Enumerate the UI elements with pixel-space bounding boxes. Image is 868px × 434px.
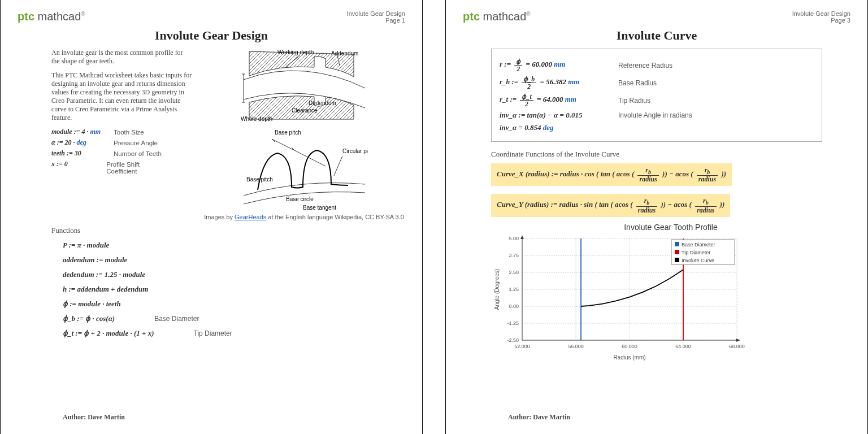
author-line: Author: Dave Martin	[508, 413, 570, 422]
brand-reg: ®	[81, 11, 85, 17]
doc-title: Involute Gear Design	[347, 10, 405, 17]
page-1: ptc mathcad® Involute Gear Design Page 1…	[0, 0, 423, 434]
svg-rect-41	[675, 250, 679, 254]
diagram-column: Working depth Addendum Dedendum Clearanc…	[203, 49, 405, 220]
image-caption: Images by GearHeads at the English langu…	[203, 214, 405, 220]
functions-heading: Functions	[51, 226, 405, 235]
svg-text:Angle (Degrees): Angle (Degrees)	[494, 268, 500, 310]
svg-text:-1.25: -1.25	[507, 320, 519, 326]
header-right: Involute Gear Design Page 1	[347, 10, 405, 24]
svg-text:Addendum: Addendum	[331, 50, 358, 57]
page-title: Involute Gear Design	[18, 28, 405, 43]
svg-rect-39	[675, 242, 679, 246]
input-params: module := 4 · mmTooth Size α := 20 · deg…	[51, 128, 164, 175]
svg-text:68.000: 68.000	[729, 344, 745, 349]
author-line: Author: Dave Martin	[63, 413, 125, 422]
page-3: ptc mathcad® Involute Gear Design Page 3…	[445, 0, 868, 434]
chart-container: Involute Gear Tooth Profile -2.50-1.250.…	[491, 223, 850, 364]
svg-text:Base tangent: Base tangent	[303, 205, 336, 211]
brand-logo: ptc mathcad®	[18, 10, 85, 23]
svg-text:0.00: 0.00	[509, 303, 519, 309]
svg-text:52.000: 52.000	[514, 344, 530, 349]
coord-heading: Coordinate Functions of the Involute Cur…	[491, 150, 850, 159]
svg-text:56.000: 56.000	[568, 344, 584, 349]
svg-text:60.000: 60.000	[622, 344, 637, 349]
svg-text:5.00: 5.00	[509, 236, 519, 241]
curve-x-formula: Curve_X (radius) := radius · cos ( tan (…	[491, 163, 732, 186]
gear-section-diagram: Working depth Addendum Dedendum Clearanc…	[241, 49, 368, 122]
svg-rect-43	[675, 258, 679, 262]
svg-text:64.000: 64.000	[675, 344, 691, 349]
svg-text:Clearance: Clearance	[292, 107, 318, 114]
svg-text:Dedendum: Dedendum	[309, 100, 336, 106]
results-box: r := ϕ2 = 60.000 mm Reference Radius r_b…	[491, 49, 822, 142]
header: ptc mathcad® Involute Gear Design Page 1	[18, 10, 405, 24]
svg-text:Base Diameter: Base Diameter	[682, 242, 715, 248]
page-number: Page 3	[792, 17, 850, 24]
page-number: Page 1	[347, 17, 405, 24]
brand-mathcad: mathcad	[38, 10, 81, 23]
gearheads-link[interactable]: GearHeads	[235, 214, 266, 220]
svg-text:-2.50: -2.50	[507, 337, 519, 343]
svg-text:1.25: 1.25	[509, 287, 519, 292]
brand-ptc: ptc	[18, 10, 34, 23]
header-right: Involute Gear Design Page 3	[792, 10, 850, 24]
curve-y-formula: Curve_Y (radius) := radius · sin ( tan (…	[491, 194, 730, 216]
gear-pitch-diagram: Base pitch Circular pitch Base pitch Bas…	[241, 122, 368, 212]
chart-title: Involute Gear Tooth Profile	[491, 223, 850, 232]
header: ptc mathcad® Involute Gear Design Page 3	[463, 10, 850, 24]
svg-text:Circular pitch: Circular pitch	[342, 148, 368, 154]
svg-text:Base pitch: Base pitch	[275, 129, 301, 136]
svg-text:Base pitch: Base pitch	[246, 176, 273, 183]
page-title: Involute Curve	[463, 28, 850, 43]
svg-text:Base circle: Base circle	[286, 196, 314, 202]
svg-text:Involute Curve: Involute Curve	[682, 258, 714, 263]
intro-2: This PTC Mathcad worksheet takes basic i…	[51, 71, 193, 122]
svg-text:3.75: 3.75	[509, 253, 519, 258]
involute-profile-chart: -2.50-1.250.001.252.503.755.0052.00056.0…	[491, 233, 745, 363]
function-list: P := π · module addendum := module deden…	[63, 241, 405, 338]
svg-text:Radius (mm): Radius (mm)	[613, 354, 645, 361]
svg-text:2.50: 2.50	[509, 270, 519, 275]
intro-1: An involute gear is the most common prof…	[51, 49, 193, 66]
svg-text:Working depth: Working depth	[277, 49, 314, 55]
svg-text:Whole depth: Whole depth	[241, 116, 272, 122]
svg-text:Tip Diameter: Tip Diameter	[682, 250, 710, 255]
brand-logo: ptc mathcad®	[463, 10, 531, 23]
